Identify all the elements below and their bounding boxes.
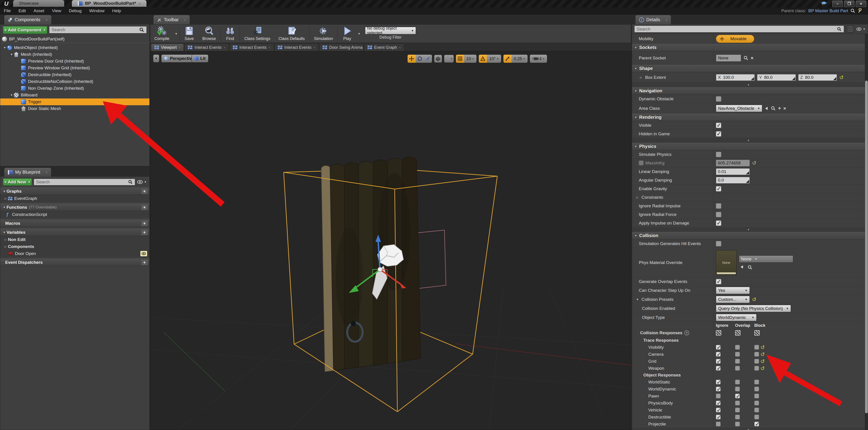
close-icon[interactable]: ×: [665, 18, 667, 22]
drag-spinner-icon[interactable]: [833, 77, 836, 80]
tree-row-destructiblenocollision[interactable]: DestructibleNoCollision (Inherited): [0, 78, 149, 85]
step-up-select[interactable]: Yes▼: [716, 287, 750, 294]
angular-damping-field[interactable]: 0.0: [716, 177, 750, 184]
reset-to-default-icon[interactable]: ↺: [761, 345, 765, 350]
close-icon[interactable]: ×: [46, 18, 48, 22]
use-selected-icon[interactable]: [740, 265, 744, 269]
use-selected-icon[interactable]: [765, 106, 769, 110]
tree-row-mesh[interactable]: ▼Mesh (Inherited): [0, 51, 149, 58]
dynamic-obstacle-checkbox[interactable]: [716, 96, 721, 102]
pawn-block-checkbox[interactable]: [754, 394, 759, 398]
visible-checkbox[interactable]: [716, 123, 721, 128]
lit-mode-button[interactable]: Lit: [191, 55, 209, 63]
camera-ignore-checkbox[interactable]: [716, 352, 721, 357]
close-icon[interactable]: ×: [313, 46, 315, 49]
phys-material-thumbnail[interactable]: None: [716, 250, 737, 275]
close-icon[interactable]: ×: [46, 170, 48, 174]
expand-open-icon[interactable]: ▼: [9, 53, 14, 56]
display-filter-button[interactable]: ▼: [856, 27, 866, 31]
visibility-block-checkbox[interactable]: [754, 345, 759, 350]
reset-to-default-icon[interactable]: ↺: [761, 366, 765, 371]
section-graphs[interactable]: ▼Graphs+: [0, 188, 149, 195]
simulate-physics-checkbox[interactable]: [716, 152, 721, 157]
add-graph-button[interactable]: +: [141, 189, 148, 194]
section-expander[interactable]: ▼: [632, 82, 865, 87]
drag-spinner-icon[interactable]: [792, 77, 795, 80]
tree-row-self[interactable]: BP_WoodDoorBuildPart(self): [0, 35, 149, 43]
section-rendering[interactable]: ▼Rendering: [632, 113, 865, 121]
section-navigation[interactable]: ▼Navigation: [632, 87, 865, 95]
search-icon[interactable]: [743, 56, 748, 61]
worlddynamic-block-checkbox[interactable]: [754, 387, 759, 391]
save-button[interactable]: Save: [180, 25, 198, 43]
scale-tool-button[interactable]: [424, 55, 432, 63]
response-all-ignore-checkbox[interactable]: [716, 330, 721, 336]
clear-icon[interactable]: ×: [751, 55, 753, 61]
section-expander[interactable]: ▼: [632, 227, 865, 232]
close-icon[interactable]: ×: [269, 46, 270, 49]
add-macro-button[interactable]: +: [141, 221, 148, 226]
play-button[interactable]: Play: [338, 25, 356, 43]
section-physics[interactable]: ▼Physics: [632, 143, 865, 150]
physicsbody-block-checkbox[interactable]: [754, 401, 759, 405]
components-search-input[interactable]: Search: [49, 26, 147, 33]
close-icon[interactable]: ×: [223, 46, 225, 49]
row-eventgraph[interactable]: ▷EventGraph: [0, 195, 149, 202]
tab-toolbar[interactable]: Toolbar ×: [153, 15, 190, 24]
worldstatic-overlap-checkbox[interactable]: [735, 379, 740, 385]
vehicle-block-checkbox[interactable]: [754, 408, 759, 412]
section-macros[interactable]: Macros+: [0, 220, 149, 227]
collision-presets-select[interactable]: Custom...▼: [716, 296, 750, 303]
clear-icon[interactable]: ×: [783, 106, 786, 111]
pawn-overlap-checkbox[interactable]: [735, 394, 740, 398]
ignore-radial-impulse-checkbox[interactable]: [716, 203, 721, 209]
worldstatic-ignore-checkbox[interactable]: [716, 379, 721, 385]
apply-impulse-checkbox[interactable]: [716, 221, 721, 226]
weapon-overlap-checkbox[interactable]: [735, 366, 740, 371]
worlddynamic-ignore-checkbox[interactable]: [716, 387, 721, 391]
reset-to-default-icon[interactable]: ↺: [761, 352, 765, 357]
tab-bp-wooddoorbuildpart[interactable]: BP_WoodDoorBuildPart* ×: [72, 0, 147, 7]
worldstatic-block-checkbox[interactable]: [754, 379, 759, 385]
box-extent-x-field[interactable]: X100.0: [716, 74, 755, 81]
debug-object-select[interactable]: No debug object selected ▼: [365, 27, 416, 34]
close-icon[interactable]: ×: [184, 18, 186, 22]
viewport-3d[interactable]: ▼ Perspective Lit ▼ 10▼ 10°▼: [150, 51, 631, 430]
menu-view[interactable]: View: [48, 8, 65, 13]
menu-window[interactable]: Window: [86, 8, 108, 13]
tree-row-billboard[interactable]: ▼Billboard: [0, 92, 149, 98]
move-tool-button[interactable]: [408, 55, 416, 63]
destructible-ignore-checkbox[interactable]: [716, 415, 721, 419]
rotation-snap-toggle[interactable]: [479, 55, 487, 63]
wrench-icon[interactable]: [858, 8, 863, 13]
projectile-overlap-checkbox[interactable]: [735, 422, 740, 426]
expand-open-icon[interactable]: ▼: [9, 94, 14, 97]
camera-block-checkbox[interactable]: [754, 352, 759, 357]
collision-enabled-select[interactable]: Query Only (No Physics Collision)▼: [716, 305, 791, 312]
scale-snap-toggle[interactable]: [503, 55, 512, 63]
mass-override-checkbox[interactable]: [639, 161, 644, 165]
add-dispatcher-button[interactable]: +: [141, 260, 148, 265]
tab-my-blueprint[interactable]: My Blueprint ×: [4, 168, 51, 176]
tree-row-door-static-mesh[interactable]: Door Static Mesh: [0, 105, 149, 112]
section-shape[interactable]: ▼Shape: [632, 65, 865, 72]
drag-spinner-icon[interactable]: [751, 77, 754, 80]
projectile-block-checkbox[interactable]: [754, 422, 759, 426]
pawn-ignore-checkbox[interactable]: [716, 394, 721, 398]
browse-button[interactable]: Browse: [198, 25, 220, 43]
box-extent-y-field[interactable]: Y80.0: [757, 74, 796, 81]
response-all-overlap-checkbox[interactable]: [735, 330, 741, 336]
minimize-button[interactable]: –: [832, 1, 843, 7]
expand-closed-icon[interactable]: ▷: [3, 238, 8, 241]
grid-ignore-checkbox[interactable]: [716, 359, 721, 364]
expand-closed-icon[interactable]: ▷: [635, 196, 640, 199]
response-all-block-checkbox[interactable]: [754, 330, 760, 336]
class-settings-button[interactable]: Class Settings: [240, 25, 274, 43]
scale-snap-value[interactable]: 0.25▼: [512, 55, 528, 63]
hidden-in-game-checkbox[interactable]: [716, 131, 721, 137]
weapon-block-checkbox[interactable]: [754, 366, 759, 371]
section-sockets[interactable]: ▼Sockets: [632, 44, 865, 51]
viewport-options-button[interactable]: ▼: [153, 55, 159, 63]
variable-visibility-toggle[interactable]: [141, 251, 147, 256]
tree-row-preview-door-grid[interactable]: Preview Door Grid (Inherited): [0, 58, 149, 65]
